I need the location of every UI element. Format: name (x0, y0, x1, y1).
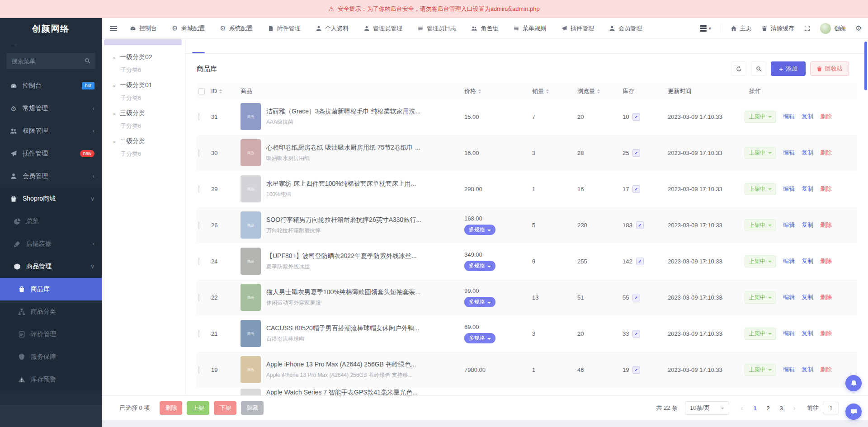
topnav-item-商城配置[interactable]: ⚙商城配置 (172, 24, 205, 33)
row-checkbox[interactable] (198, 113, 199, 121)
copy-link[interactable]: 复制 (802, 113, 813, 121)
delete-link[interactable]: 删除 (820, 185, 832, 193)
copy-link[interactable]: 复制 (802, 329, 813, 338)
row-checkbox[interactable] (198, 294, 199, 301)
active-tab-indicator[interactable] (192, 52, 205, 53)
home-link[interactable]: 主页 (731, 24, 752, 33)
status-badge[interactable]: 上架中 (745, 219, 776, 231)
edit-link[interactable]: 编辑 (783, 257, 795, 265)
sort-icon[interactable] (546, 89, 549, 94)
edit-link[interactable]: 编辑 (783, 293, 795, 301)
product-title[interactable]: CACUSS B0520帽子男百搭潮流棒球帽女休闲户外鸭... (266, 324, 419, 333)
product-title[interactable]: 水星家纺 床上四件套100%纯棉被套床单枕套床上用... (266, 180, 416, 188)
sidebar-item-店铺装修[interactable]: 店铺装修‹ (0, 233, 102, 255)
multi-spec-pill[interactable]: 多规格 (464, 261, 495, 271)
status-badge[interactable]: 上架中 (745, 364, 776, 376)
product-title[interactable]: 【UPF80+】波司登防晒衣2022年夏季防紫外线冰丝... (266, 252, 417, 260)
sidebar-item-商品分类[interactable]: 商品分类 (0, 300, 102, 323)
sidebar-item-权限管理[interactable]: 权限管理‹ (0, 120, 102, 142)
product-thumbnail[interactable]: 商品 (241, 248, 261, 275)
row-checkbox[interactable] (198, 366, 199, 374)
status-badge[interactable]: 上架中 (745, 328, 776, 340)
user-menu[interactable]: 创颜 (820, 23, 846, 34)
next-page-button[interactable]: › (789, 402, 800, 414)
delete-link[interactable]: 删除 (820, 329, 832, 338)
stock-edit-button[interactable] (632, 294, 640, 301)
topnav-item-会员管理[interactable]: 会员管理 (609, 24, 642, 33)
page-number-2[interactable]: 2 (763, 402, 774, 414)
sidebar-item-库存预警[interactable]: 库存预警 (0, 368, 102, 391)
sidebar-item-Shopro商城[interactable]: Shopro商城∨ (0, 188, 102, 210)
topnav-more-dropdown[interactable]: ▾ (700, 25, 711, 32)
product-thumbnail[interactable]: 商品 (241, 103, 261, 130)
multi-spec-pill[interactable]: 多规格 (464, 333, 495, 343)
delete-link[interactable]: 删除 (820, 257, 832, 265)
topnav-item-插件管理[interactable]: 插件管理 (561, 24, 594, 33)
stock-edit-button[interactable] (632, 149, 640, 157)
sort-icon[interactable] (478, 89, 481, 94)
product-thumbnail[interactable]: 商品 (241, 284, 261, 311)
chat-button[interactable] (845, 404, 862, 420)
stock-edit-button[interactable] (632, 185, 640, 193)
copy-link[interactable]: 复制 (802, 149, 813, 157)
gear-icon[interactable]: ⚙ (855, 25, 862, 32)
topnav-item-系统配置[interactable]: ⚙系统配置 (220, 24, 253, 33)
sidebar-item-评价管理[interactable]: 评价管理 (0, 323, 102, 346)
sidebar-item-服务保障[interactable]: 服务保障 (0, 346, 102, 368)
page-number-3[interactable]: 3 (776, 402, 787, 414)
stock-edit-button[interactable] (632, 113, 640, 121)
topnav-item-管理员管理[interactable]: 管理员管理 (363, 24, 402, 33)
refresh-button[interactable] (731, 61, 746, 76)
sidebar-footer-bar[interactable] (0, 405, 102, 427)
edit-link[interactable]: 编辑 (783, 185, 795, 193)
select-all-checkbox[interactable] (198, 88, 205, 94)
batch-上架-button[interactable]: 上架 (187, 401, 209, 415)
category-child-一级分类01[interactable]: 子分类6 (102, 90, 185, 105)
copy-link[interactable]: 复制 (802, 221, 813, 229)
product-title[interactable]: 心相印卷纸厨房卷纸 吸油吸水厨房用纸 75节2卷纸巾 ... (266, 144, 420, 152)
product-title[interactable]: SOO行李箱男万向轮拉杆箱耐磨抗摔26英寸A330旅行... (266, 216, 421, 224)
category-item-三级分类[interactable]: ▸三级分类 (102, 105, 185, 118)
row-checkbox[interactable] (198, 149, 199, 157)
delete-link[interactable]: 删除 (820, 149, 832, 157)
status-badge[interactable]: 上架中 (745, 111, 776, 123)
status-badge[interactable]: 上架中 (745, 183, 776, 195)
product-thumbnail[interactable] (241, 389, 261, 395)
copy-link[interactable]: 复制 (802, 185, 813, 193)
page-size-select[interactable]: 10条/页 (685, 401, 729, 415)
sort-icon[interactable] (597, 89, 600, 94)
multi-spec-pill[interactable]: 多规格 (464, 297, 495, 307)
category-item-二级分类[interactable]: ▸二级分类 (102, 133, 185, 146)
product-title[interactable]: 猫人男士睡衣男夏季100%纯棉薄款圆领套头短袖套装... (266, 288, 420, 296)
topnav-item-个人资料[interactable]: 个人资料 (316, 24, 349, 33)
product-title[interactable]: 洁丽雅（Grace）3条抗菌新疆棉毛巾 纯棉柔软家用洗... (266, 108, 420, 116)
batch-下架-button[interactable]: 下架 (214, 401, 236, 415)
status-badge[interactable]: 上架中 (745, 291, 776, 304)
category-child-三级分类[interactable]: 子分类6 (102, 118, 185, 133)
topnav-item-控制台[interactable]: 控制台 (130, 24, 157, 33)
category-child-二级分类[interactable]: 子分类6 (102, 146, 185, 161)
product-title[interactable]: Apple Watch Series 7 智能手表GPS款41毫米星光色... (266, 389, 418, 395)
sidebar-item-插件管理[interactable]: 插件管理new (0, 142, 102, 165)
row-checkbox[interactable] (198, 185, 199, 193)
delete-link[interactable]: 删除 (820, 366, 832, 374)
category-item-一级分类01[interactable]: ▸一级分类01 (102, 77, 185, 90)
edit-link[interactable]: 编辑 (783, 149, 795, 157)
edit-link[interactable]: 编辑 (783, 221, 795, 229)
sidebar-item-控制台[interactable]: 控制台hot (0, 75, 102, 97)
batch-删除-button[interactable]: 删除 (160, 401, 182, 415)
sidebar-item-总览[interactable]: 总览 (0, 210, 102, 233)
status-badge[interactable]: 上架中 (745, 255, 776, 267)
product-thumbnail[interactable]: 商品 (241, 211, 261, 239)
sidebar-item-常规管理[interactable]: ⚙常规管理‹ (0, 97, 102, 120)
topnav-item-菜单规则[interactable]: 菜单规则 (513, 24, 546, 33)
page-number-1[interactable]: 1 (750, 402, 760, 414)
row-checkbox[interactable] (198, 258, 199, 265)
delete-link[interactable]: 删除 (820, 113, 832, 121)
prev-page-button[interactable]: ‹ (736, 402, 747, 414)
fullscreen-icon[interactable] (804, 25, 811, 32)
copy-link[interactable]: 复制 (802, 257, 813, 265)
status-badge[interactable]: 上架中 (745, 147, 776, 159)
sidebar-item-会员管理[interactable]: 会员管理‹ (0, 165, 102, 188)
row-checkbox[interactable] (198, 330, 199, 338)
